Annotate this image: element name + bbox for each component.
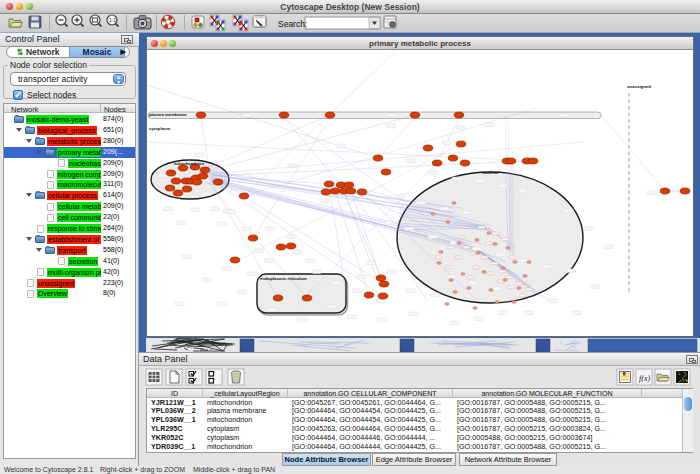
svg-text:unassigned: unassigned	[627, 84, 651, 89]
svg-text:endoplasmic reticulum: endoplasmic reticulum	[260, 276, 307, 281]
svg-text:1:1: 1:1	[109, 17, 116, 23]
svg-text:plasma membrane: plasma membrane	[149, 112, 187, 117]
svg-text:f(x): f(x)	[639, 374, 650, 383]
svg-text:mitochondrion: mitochondrion	[174, 161, 204, 166]
svg-text:nucleus: nucleus	[482, 170, 499, 175]
svg-text:cytoplasm: cytoplasm	[149, 126, 170, 131]
